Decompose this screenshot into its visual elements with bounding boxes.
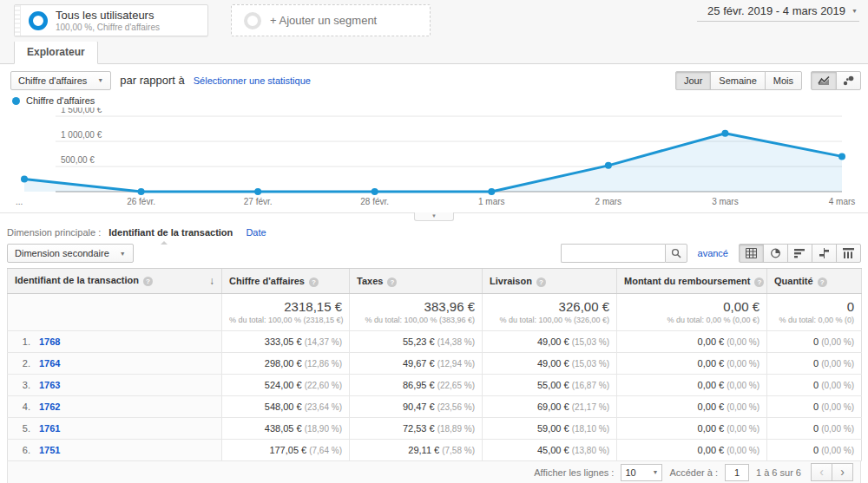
main-panel: Chiffre d'affaires ▼ par rapport à Sélec… (0, 64, 868, 483)
segment-grip-icon (15, 5, 21, 36)
series-label: Chiffre d'affaires (26, 95, 95, 106)
metric-cell: 333,05 €(14,37 %) (222, 331, 350, 353)
select-statistic-link[interactable]: Sélectionner une statistique (194, 75, 311, 86)
column-header[interactable]: Montant du remboursement? (617, 269, 767, 294)
help-icon[interactable]: ? (309, 277, 319, 287)
metric-value: 548,00 € (265, 401, 302, 412)
metric-percent: (14,38 %) (437, 337, 475, 347)
metric-value: 55,23 € (403, 336, 435, 347)
granularity-mois[interactable]: Mois (765, 71, 802, 90)
add-segment-button[interactable]: + Ajouter un segment (231, 4, 431, 36)
transaction-id-link[interactable]: 1764 (39, 358, 60, 369)
metric-percent: (0,00 %) (821, 381, 854, 390)
comparison-view-button[interactable] (812, 244, 837, 263)
transaction-id-link[interactable]: 1751 (39, 445, 60, 455)
data-point[interactable] (21, 176, 28, 183)
search-icon (671, 248, 681, 258)
metric-selector[interactable]: Chiffre d'affaires ▼ (10, 71, 111, 90)
tab-explorateur[interactable]: Explorateur (14, 41, 98, 64)
metric-value: 0,00 € (698, 380, 725, 390)
metric-percent: (22,60 %) (305, 381, 342, 390)
granularity-jour[interactable]: Jour (675, 71, 711, 90)
metric-value: 0,00 € (698, 423, 725, 434)
data-point[interactable] (605, 162, 612, 169)
data-point[interactable] (372, 188, 378, 195)
line-chart-toggle[interactable] (811, 71, 837, 90)
help-icon[interactable]: ? (536, 277, 546, 287)
chart-area: 500,00 €1 000,00 €1 500,00 €...26 févr.2… (0, 108, 868, 212)
dimension-date-link[interactable]: Date (246, 227, 266, 238)
y-axis-label: 1 500,00 € (61, 108, 102, 114)
metric-value: 59,00 € (537, 423, 569, 434)
metric-value: 0,00 € (698, 401, 725, 412)
x-axis-label: 26 févr. (127, 197, 155, 206)
row-number: 6. (15, 445, 30, 455)
metric-percent: (18,89 %) (437, 424, 475, 434)
date-range-selector[interactable]: 25 févr. 2019 - 4 mars 2019▼ (697, 3, 859, 22)
metric-cell: 55,00 €(16,87 %) (483, 375, 617, 396)
data-point[interactable] (838, 153, 845, 160)
data-point[interactable] (254, 188, 261, 195)
column-header[interactable]: Chiffre d'affaires? (222, 269, 350, 294)
pivot-view-button[interactable] (836, 244, 861, 263)
metric-cell: 0(0,00 %) (767, 418, 862, 440)
transaction-id-link[interactable]: 1762 (39, 401, 60, 412)
metric-value: 0,00 € (698, 445, 725, 455)
total-quantity: 0% du total: 0,00 % (0) (767, 294, 862, 331)
help-icon[interactable]: ? (754, 277, 764, 287)
range-label: 1 à 6 sur 6 (756, 467, 801, 478)
data-point[interactable] (721, 130, 728, 137)
percentage-view-button[interactable] (763, 244, 788, 263)
metric-value: 49,00 € (537, 336, 569, 347)
previous-page-button[interactable]: ‹ (811, 463, 832, 481)
line-chart-icon (818, 75, 830, 86)
data-table-view-button[interactable] (739, 244, 764, 263)
metric-value: 86,95 € (403, 380, 435, 390)
table-row: 2.1764298,00 €(12,86 %)49,67 €(12,94 %)4… (8, 353, 862, 375)
chart-collapse-button[interactable]: ▼ (414, 212, 454, 221)
row-number: 3. (15, 380, 30, 390)
metric-value: 29,11 € (408, 445, 439, 455)
metric-value: 333,05 € (265, 336, 302, 347)
segment-chip-all-users[interactable]: Tous les utilisateurs 100,00 %, Chiffre … (14, 4, 208, 36)
column-header[interactable]: Livraison? (483, 269, 617, 294)
next-page-button[interactable]: › (832, 463, 853, 481)
goto-page-input[interactable] (725, 464, 749, 481)
help-icon[interactable]: ? (818, 277, 827, 287)
data-point[interactable] (138, 188, 145, 195)
metric-cell: 0,00 €(0,00 %) (617, 331, 767, 353)
transaction-id-link[interactable]: 1768 (39, 336, 60, 347)
revenue-chart-svg[interactable]: 500,00 €1 000,00 €1 500,00 €...26 févr.2… (7, 108, 861, 210)
advanced-search-link[interactable]: avancé (698, 248, 728, 258)
metric-cell: 548,00 €(23,64 %) (222, 396, 350, 418)
metric-cell: 59,00 €(18,10 %) (483, 418, 617, 440)
motion-chart-toggle[interactable] (836, 71, 861, 90)
transaction-id-link[interactable]: 1761 (39, 423, 60, 434)
metric-value: 55,00 € (537, 380, 569, 390)
metric-percent: (12,94 %) (437, 359, 475, 369)
help-icon[interactable]: ? (143, 277, 153, 286)
column-header[interactable]: Taxes? (350, 269, 483, 294)
secondary-dimension-selector[interactable]: Dimension secondaire ▼ (7, 244, 134, 263)
transaction-id-cell: 5.1761 (8, 418, 222, 440)
x-axis-label: 27 févr. (244, 197, 273, 206)
data-point[interactable] (488, 188, 495, 195)
granularity-semaine[interactable]: Semaine (710, 71, 765, 90)
metric-cell: 45,00 €(13,80 %) (483, 440, 617, 461)
table-search-input[interactable] (561, 244, 665, 263)
dimension-transaction-id[interactable]: Identifiant de la transaction (108, 227, 233, 238)
segment-donut-icon (29, 11, 48, 30)
transaction-id-cell: 4.1762 (8, 396, 222, 418)
metric-percent: (18,10 %) (572, 424, 609, 434)
metric-cell: 0(0,00 %) (767, 440, 862, 461)
column-header[interactable]: ↓Identifiant de la transaction? (8, 269, 222, 294)
metric-cell: 72,53 €(18,89 %) (350, 418, 483, 440)
transaction-id-link[interactable]: 1763 (39, 380, 60, 390)
column-header[interactable]: Quantité? (767, 269, 862, 294)
y-axis-label: 1 000,00 € (61, 130, 102, 140)
help-icon[interactable]: ? (387, 277, 397, 287)
performance-view-button[interactable] (787, 244, 812, 263)
sort-descending-icon[interactable]: ↓ (209, 275, 214, 287)
search-button[interactable] (665, 244, 687, 263)
rows-per-page-select[interactable]: 10 ▼ (621, 464, 662, 481)
